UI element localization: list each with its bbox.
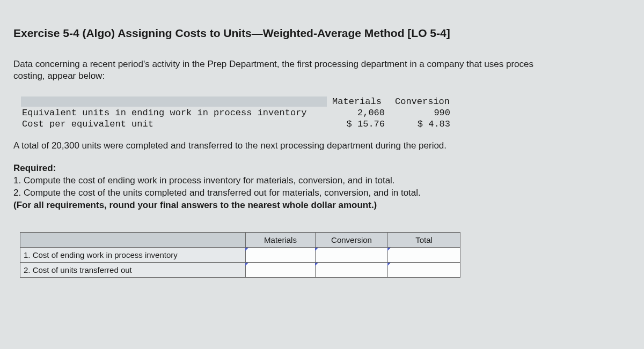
answer-row-0-materials-input[interactable] <box>246 248 316 263</box>
data-row-0-conversion: 990 <box>393 108 458 118</box>
answer-row-1-total-input[interactable] <box>388 263 460 278</box>
intro-text: Data concerning a recent period's activi… <box>13 58 633 82</box>
answer-table: Materials Conversion Total 1. Cost of en… <box>20 232 460 278</box>
required-item-2: 2. Compute the cost of the units complet… <box>13 187 633 199</box>
data-header-conversion: Conversion <box>393 96 458 107</box>
answer-row-1-conversion-input[interactable] <box>316 263 388 278</box>
data-row-0-label: Equivalent units in ending work in proce… <box>21 108 327 118</box>
answer-row-0-total-input[interactable] <box>388 248 460 263</box>
transfer-paragraph: A total of 20,300 units were completed a… <box>13 140 633 152</box>
answer-header-total: Total <box>388 233 460 248</box>
data-header-materials: Materials <box>328 96 392 107</box>
answer-row-0-conversion-input[interactable] <box>316 248 388 263</box>
answer-row-0-label: 1. Cost of ending work in process invent… <box>20 248 246 263</box>
required-note: (For all requirements, round your final … <box>13 199 633 212</box>
required-heading: Required: <box>13 162 633 175</box>
data-row-1-materials: $ 15.76 <box>328 119 392 129</box>
required-block: Required: 1. Compute the cost of ending … <box>13 162 633 212</box>
answer-header-conversion: Conversion <box>316 233 388 248</box>
answer-row-1-label: 2. Cost of units transferred out <box>20 263 246 278</box>
data-row-0-materials: 2,060 <box>328 108 392 118</box>
exercise-title: Exercise 5-4 (Algo) Assigning Costs to U… <box>13 27 633 40</box>
data-table: Materials Conversion Equivalent units in… <box>20 95 459 130</box>
table-row: 2. Cost of units transferred out <box>20 263 460 278</box>
required-item-1: 1. Compute the cost of ending work in pr… <box>13 175 633 187</box>
answer-row-1-materials-input[interactable] <box>246 263 316 278</box>
data-header-blank <box>21 96 327 107</box>
answer-header-materials: Materials <box>246 233 316 248</box>
data-row-1-label: Cost per equivalent unit <box>21 119 327 129</box>
answer-header-blank <box>20 233 246 248</box>
data-row-1-conversion: $ 4.83 <box>393 119 458 129</box>
table-row: 1. Cost of ending work in process invent… <box>20 248 460 263</box>
